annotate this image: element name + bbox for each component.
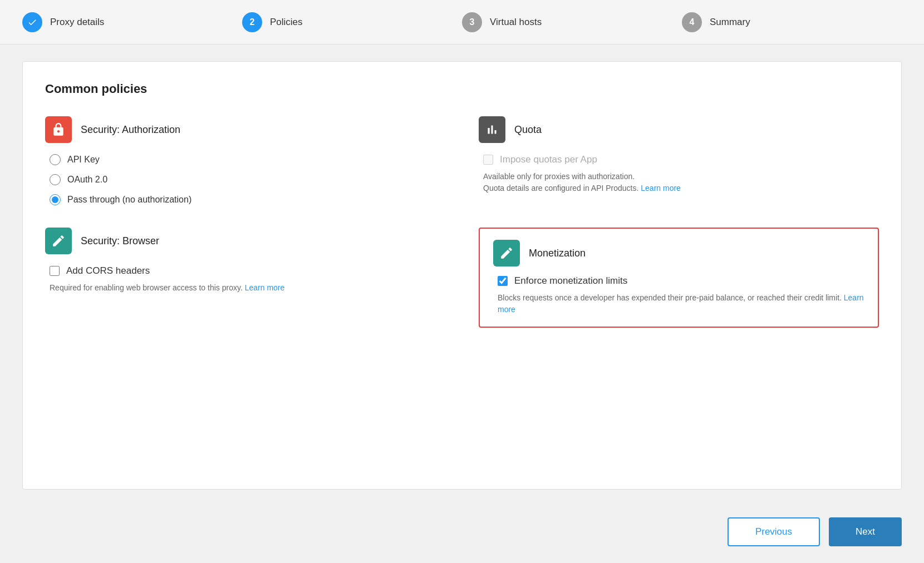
quota-checkbox-input[interactable] <box>483 155 493 165</box>
radio-api-key-input[interactable] <box>50 154 61 165</box>
security-browser-header: Security: Browser <box>45 228 445 254</box>
monetization-checkbox-label: Enforce monetization limits <box>514 275 627 287</box>
cors-checkbox-option[interactable]: Add CORS headers <box>50 265 445 276</box>
quota-checkbox-option[interactable]: Impose quotas per App <box>483 154 879 165</box>
step-virtual-hosts[interactable]: 3 Virtual hosts <box>462 12 682 32</box>
step-label-1: Proxy details <box>50 17 104 28</box>
quota-title: Quota <box>514 124 542 136</box>
radio-oauth2[interactable]: OAuth 2.0 <box>50 174 445 185</box>
cors-helper: Required for enabling web browser access… <box>45 282 445 294</box>
step-circle-1 <box>22 12 42 32</box>
stepper: Proxy details 2 Policies 3 Virtual hosts… <box>0 0 924 45</box>
quota-checkbox-label: Impose quotas per App <box>500 154 597 165</box>
cors-checkbox-input[interactable] <box>50 266 60 276</box>
security-auth-section: Security: Authorization API Key OAuth 2.… <box>45 116 445 205</box>
security-auth-title: Security: Authorization <box>81 124 180 136</box>
radio-api-key-label: API Key <box>67 155 100 165</box>
policies-grid: Security: Authorization API Key OAuth 2.… <box>45 116 879 328</box>
main-content: Common policies Security: Authorization <box>0 45 924 506</box>
quota-icon <box>479 116 505 143</box>
step-circle-3: 3 <box>462 12 482 32</box>
monetization-header: Monetization <box>493 240 864 266</box>
security-auth-header: Security: Authorization <box>45 116 445 143</box>
monetization-helper: Blocks requests once a developer has exp… <box>493 292 864 315</box>
quota-helper: Available only for proxies with authoriz… <box>479 171 879 194</box>
quota-checkbox-group: Impose quotas per App <box>479 154 879 165</box>
monetization-title: Monetization <box>529 248 586 259</box>
step-label-4: Summary <box>710 17 750 28</box>
security-browser-icon <box>45 228 72 254</box>
previous-button[interactable]: Previous <box>728 517 820 546</box>
step-summary[interactable]: 4 Summary <box>682 12 902 32</box>
bottom-bar: Previous Next <box>0 506 924 563</box>
step-circle-2: 2 <box>242 12 262 32</box>
security-auth-icon <box>45 116 72 143</box>
step-label-3: Virtual hosts <box>490 17 542 28</box>
monetization-section: Monetization Enforce monetization limits… <box>479 228 879 328</box>
radio-oauth2-input[interactable] <box>50 174 61 185</box>
security-browser-title: Security: Browser <box>81 235 159 247</box>
monetization-icon <box>493 240 520 266</box>
auth-radio-group: API Key OAuth 2.0 Pass through (no autho… <box>45 154 445 205</box>
quota-section: Quota Impose quotas per App Available on… <box>479 116 879 205</box>
step-proxy-details[interactable]: Proxy details <box>22 12 242 32</box>
step-policies[interactable]: 2 Policies <box>242 12 462 32</box>
security-browser-section: Security: Browser Add CORS headers Requi… <box>45 228 445 328</box>
radio-oauth2-label: OAuth 2.0 <box>67 175 107 185</box>
cors-checkbox-group: Add CORS headers <box>45 265 445 276</box>
cors-learn-more-link[interactable]: Learn more <box>245 283 285 292</box>
radio-api-key[interactable]: API Key <box>50 154 445 165</box>
step-circle-4: 4 <box>682 12 702 32</box>
radio-pass-through[interactable]: Pass through (no authorization) <box>50 194 445 205</box>
next-button[interactable]: Next <box>829 517 902 546</box>
cors-checkbox-label: Add CORS headers <box>66 265 150 276</box>
monetization-checkbox-group: Enforce monetization limits <box>493 275 864 287</box>
radio-pass-through-input[interactable] <box>50 194 61 205</box>
monetization-box: Monetization Enforce monetization limits… <box>479 228 879 328</box>
policies-card: Common policies Security: Authorization <box>22 61 902 490</box>
radio-pass-through-label: Pass through (no authorization) <box>67 195 191 205</box>
quota-header: Quota <box>479 116 879 143</box>
monetization-checkbox-input[interactable] <box>498 276 508 286</box>
quota-learn-more-link[interactable]: Learn more <box>641 184 681 192</box>
monetization-checkbox-option[interactable]: Enforce monetization limits <box>498 275 864 287</box>
step-label-2: Policies <box>270 17 303 28</box>
card-title: Common policies <box>45 82 879 96</box>
